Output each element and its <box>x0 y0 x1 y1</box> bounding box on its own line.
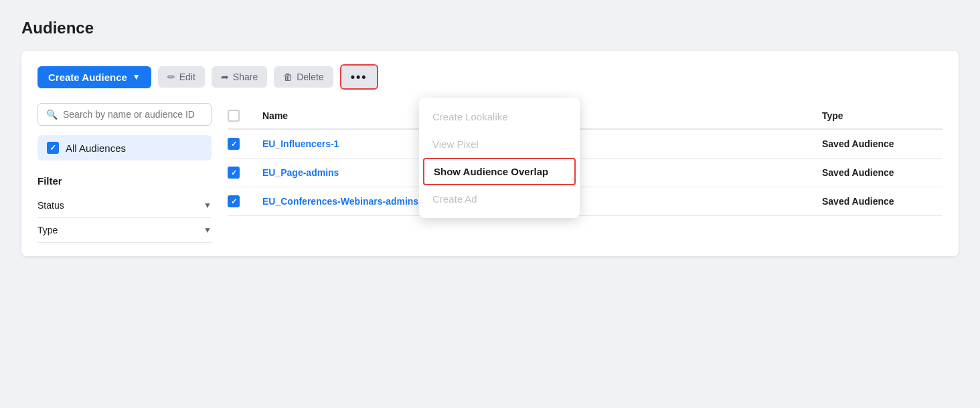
dropdown-item-create-ad[interactable]: Create Ad <box>419 185 580 213</box>
search-icon: 🔍 <box>46 109 58 120</box>
search-input[interactable] <box>63 109 203 120</box>
header-checkbox[interactable] <box>228 110 240 122</box>
filter-section: Filter Status ▼ Type ▼ <box>37 173 212 243</box>
filter-type-label: Type <box>37 225 58 235</box>
edit-button[interactable]: ✏ Edit <box>158 66 205 88</box>
share-button[interactable]: ➦ Share <box>212 66 267 88</box>
delete-label: Delete <box>297 72 323 82</box>
delete-button[interactable]: 🗑 Delete <box>274 66 333 88</box>
table-row: EU_Conferences-Webinars-admins Saved Aud… <box>228 187 943 216</box>
filter-status-label: Status <box>37 200 64 211</box>
delete-icon: 🗑 <box>283 72 293 82</box>
create-lookalike-label: Create Lookalike <box>432 111 508 122</box>
more-options-button[interactable]: ••• <box>340 64 378 90</box>
row-2-checkbox[interactable] <box>228 167 240 179</box>
row-1-name-link[interactable]: EU_Influencers-1 <box>262 138 339 149</box>
filter-title: Filter <box>37 175 212 187</box>
dropdown-item-show-audience-overlap[interactable]: Show Audience Overlap <box>423 158 576 185</box>
filter-item-status[interactable]: Status ▼ <box>37 193 212 218</box>
row-3-checkbox[interactable] <box>228 195 240 207</box>
create-audience-button[interactable]: Create Audience ▼ <box>37 66 151 88</box>
table-header: Name Type <box>228 103 943 130</box>
more-options-dropdown: Create Lookalike View Pixel Show Audienc… <box>419 98 580 218</box>
edit-icon: ✏ <box>167 72 175 82</box>
dropdown-item-view-pixel[interactable]: View Pixel <box>419 130 580 158</box>
search-box: 🔍 <box>37 103 212 126</box>
row-2-type: Saved Audience <box>822 167 894 178</box>
filter-item-type[interactable]: Type ▼ <box>37 218 212 243</box>
dropdown-item-create-lookalike[interactable]: Create Lookalike <box>419 103 580 130</box>
main-content-card: Create Audience ▼ ✏ Edit ➦ Share 🗑 Delet… <box>21 51 959 256</box>
filter-type-chevron-icon: ▼ <box>203 225 212 235</box>
right-panel: Name Type EU_Influencers-1 Saved Audienc… <box>228 103 943 243</box>
share-icon: ➦ <box>221 72 229 82</box>
more-dots-icon: ••• <box>351 70 368 84</box>
show-audience-overlap-label: Show Audience Overlap <box>434 166 548 177</box>
filter-status-chevron-icon: ▼ <box>203 201 212 210</box>
view-pixel-label: View Pixel <box>432 138 479 150</box>
row-1-type: Saved Audience <box>822 138 894 149</box>
all-audiences-label: All Audiences <box>66 142 126 154</box>
left-panel: 🔍 All Audiences Filter Status ▼ Type ▼ <box>37 103 212 243</box>
create-audience-label: Create Audience <box>48 72 127 83</box>
share-label: Share <box>233 72 258 82</box>
row-2-name-link[interactable]: EU_Page-admins <box>262 167 339 178</box>
page-title: Audience <box>21 19 959 37</box>
create-ad-label: Create Ad <box>432 193 477 205</box>
column-header-type: Type <box>822 110 943 121</box>
edit-label: Edit <box>179 72 195 82</box>
table-row: EU_Influencers-1 Saved Audience <box>228 130 943 159</box>
table-row: EU_Page-admins Saved Audience <box>228 159 943 187</box>
row-3-type: Saved Audience <box>822 196 894 207</box>
all-audiences-checkbox <box>47 142 59 154</box>
row-1-checkbox[interactable] <box>228 138 240 150</box>
all-audiences-button[interactable]: All Audiences <box>37 135 212 161</box>
create-chevron-icon: ▼ <box>133 72 141 82</box>
row-3-name-link[interactable]: EU_Conferences-Webinars-admins <box>262 196 418 207</box>
toolbar: Create Audience ▼ ✏ Edit ➦ Share 🗑 Delet… <box>37 64 943 90</box>
